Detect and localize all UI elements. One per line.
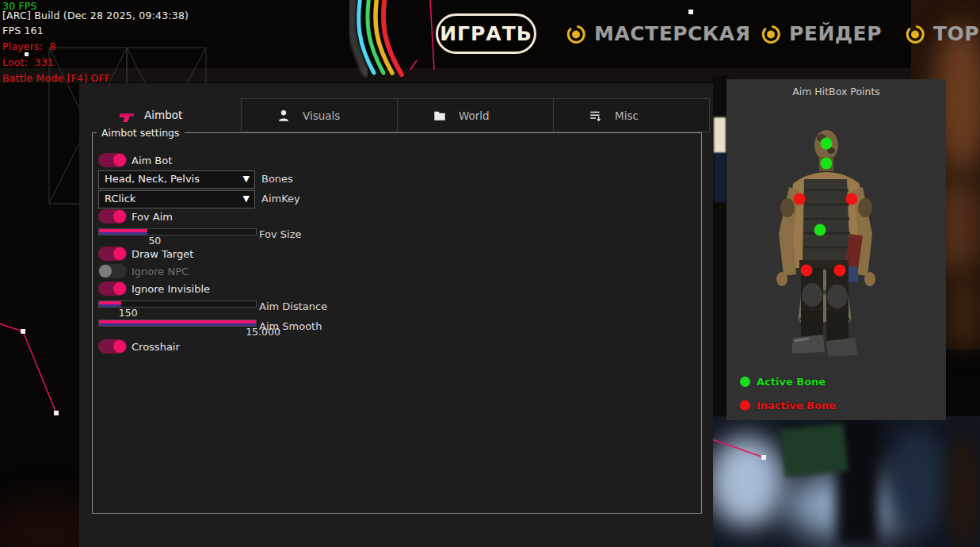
- slider-fill: [99, 320, 256, 326]
- crosshair-label: Crosshair: [132, 341, 180, 353]
- active-bone-dot: [740, 377, 750, 387]
- legend-label: Active Bone: [757, 376, 826, 388]
- menu-item-workshop[interactable]: МАСТЕРСКАЯ: [566, 22, 750, 45]
- dropdown-value: RClick: [105, 193, 135, 205]
- crosshair-toggle[interactable]: [98, 339, 127, 354]
- inactive-bone-point: [801, 265, 813, 277]
- coin-icon: [761, 24, 781, 44]
- menu-item-label: МАСТЕРСКАЯ: [594, 22, 750, 45]
- tab-label: World: [459, 109, 490, 122]
- aimkey-dropdown[interactable]: RClick ▼: [98, 190, 255, 208]
- slider-fill: [99, 301, 121, 307]
- legend-active-bone: Active Bone: [740, 376, 826, 388]
- bones-label: Bones: [261, 173, 293, 185]
- inactive-bone-dot: [740, 400, 750, 411]
- group-title: Aimbot settings: [97, 127, 185, 139]
- tab-label: Misc: [615, 109, 639, 122]
- tab-label: Visuals: [303, 109, 340, 122]
- legend-inactive-bone: Inactive Bone: [740, 400, 836, 411]
- toggle-knob: [99, 265, 112, 277]
- tab-label: Aimbot: [144, 109, 182, 121]
- fov-aim-toggle[interactable]: [98, 209, 127, 224]
- menu-item-label: РЕЙДЕР: [789, 22, 882, 45]
- fps-counter-text: FPS 161: [2, 25, 44, 36]
- pistol-icon: [119, 112, 135, 124]
- aim-bot-label: Aim Bot: [132, 155, 172, 166]
- inactive-bone-point: [834, 265, 846, 277]
- aim-bot-toggle[interactable]: [98, 153, 127, 167]
- inactive-bone-point: [794, 193, 806, 205]
- active-bone-point: [814, 224, 826, 236]
- player-model-preview: [726, 79, 946, 420]
- inactive-bone-point: [846, 193, 858, 205]
- hitbox-panel: Aim HitBox Points: [726, 79, 946, 420]
- ignore-npc-toggle[interactable]: [98, 264, 127, 278]
- fov-size-value: 50: [148, 235, 161, 247]
- menu-item-trade[interactable]: ТОРГО: [905, 22, 980, 45]
- active-bone-point: [821, 158, 833, 170]
- players-count-text: Players: 8: [2, 40, 56, 52]
- aimkey-label: AimKey: [261, 193, 300, 205]
- aim-smooth-label: Aim Smooth: [259, 320, 322, 332]
- ignore-invisible-label: Ignore Invisible: [132, 283, 210, 295]
- tab-world[interactable]: World: [397, 98, 554, 132]
- ignore-invisible-toggle[interactable]: [98, 281, 127, 296]
- person-icon: [276, 109, 291, 123]
- toggle-knob: [113, 247, 126, 260]
- legend-label: Inactive Bone: [757, 400, 836, 411]
- draw-target-label: Draw Target: [132, 248, 193, 260]
- build-info-text: [ARC] Build (Dec 28 2025, 09:43:38): [2, 10, 189, 21]
- aim-distance-value: 150: [119, 307, 138, 319]
- ignore-npc-label: Ignore NPC: [132, 266, 189, 277]
- coin-icon: [905, 24, 925, 44]
- folder-icon: [433, 109, 447, 123]
- cheat-menu-panel: Aimbot Visuals World Misc Aimbot settin: [79, 83, 713, 547]
- active-bone-point: [821, 138, 833, 150]
- slider-fill: [99, 229, 147, 235]
- menu-item-raider[interactable]: РЕЙДЕР: [761, 22, 882, 45]
- dropdown-value: Head, Neck, Pelvis: [105, 173, 200, 185]
- menu-item-label: ТОРГО: [933, 22, 980, 45]
- aim-distance-label: Aim Distance: [259, 300, 327, 312]
- filter-list-icon: [589, 109, 603, 123]
- fov-size-label: Fov Size: [259, 228, 301, 240]
- bones-dropdown[interactable]: Head, Neck, Pelvis ▼: [98, 170, 255, 189]
- rainbow-streak: [352, 0, 402, 75]
- tab-visuals[interactable]: Visuals: [241, 98, 398, 132]
- draw-target-toggle[interactable]: [98, 247, 127, 261]
- toggle-knob: [113, 154, 126, 166]
- fov-aim-label: Fov Aim: [132, 211, 173, 223]
- toggle-knob: [113, 210, 126, 223]
- toggle-knob: [113, 282, 126, 295]
- loot-count-text: Loot: 331: [2, 56, 54, 68]
- battle-mode-text: Battle Mode [F4] OFF: [2, 72, 110, 84]
- coin-icon: [566, 24, 586, 44]
- chevron-down-icon: ▼: [243, 193, 250, 204]
- screen: 30 FPS [ARC] Build (Dec 28 2025, 09:43:3…: [0, 0, 980, 547]
- chevron-down-icon: ▼: [243, 174, 250, 184]
- play-button[interactable]: ИГРАТЬ: [436, 13, 536, 54]
- toggle-knob: [113, 340, 126, 353]
- tab-misc[interactable]: Misc: [553, 98, 710, 132]
